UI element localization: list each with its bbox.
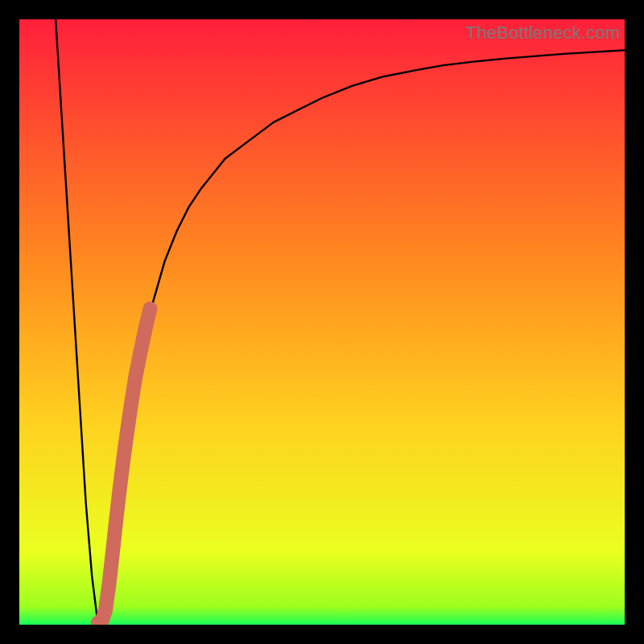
chart-frame: TheBottleneck.com <box>19 19 625 625</box>
bottleneck-chart <box>19 19 625 625</box>
watermark-text: TheBottleneck.com <box>465 23 620 43</box>
